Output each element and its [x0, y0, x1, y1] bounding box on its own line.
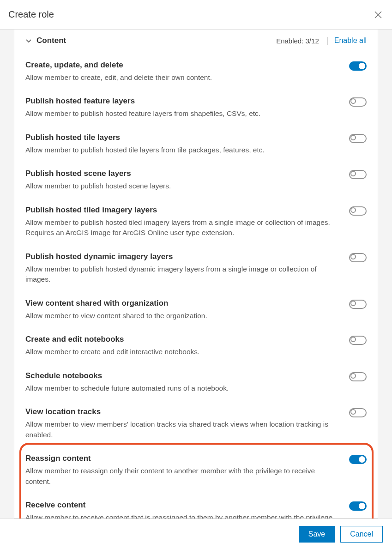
privilege-toggle[interactable] [349, 455, 367, 464]
privilege-item: Publish hosted tiled imagery layersAllow… [25, 198, 367, 245]
privilege-text: Publish hosted dynamic imagery layersAll… [25, 252, 349, 285]
privilege-title: Schedule notebooks [25, 371, 340, 380]
privilege-item: View content shared with organizationAll… [25, 291, 367, 327]
privilege-item: View location tracksAllow member to view… [25, 400, 367, 446]
content-panel: Content Enabled: 3/12 Enable all Create,… [14, 30, 378, 519]
privilege-item: Publish hosted feature layersAllow membe… [25, 89, 367, 125]
privilege-toggle[interactable] [349, 336, 367, 345]
privilege-description: Allow member to create, edit, and delete… [25, 72, 340, 83]
privilege-item: Receive contentAllow member to receive c… [25, 493, 367, 519]
privilege-toggle[interactable] [349, 408, 367, 417]
privilege-description: Allow member to schedule future automate… [25, 383, 340, 393]
privilege-description: Allow member to publish hosted feature l… [25, 109, 340, 119]
section-title: Content [36, 36, 276, 45]
dialog-body: Content Enabled: 3/12 Enable all Create,… [0, 30, 392, 519]
privilege-title: Create, update, and delete [25, 60, 340, 70]
privilege-description: Allow member to publish hosted dynamic i… [25, 264, 340, 285]
create-role-dialog: Create role Content Enabled: 3/12 Enable… [0, 0, 392, 549]
privilege-title: Receive content [25, 501, 340, 510]
privilege-text: Publish hosted scene layersAllow member … [25, 169, 349, 191]
privilege-item: Create, update, and deleteAllow member t… [25, 53, 367, 89]
privilege-item: Schedule notebooksAllow member to schedu… [25, 364, 367, 400]
close-icon[interactable] [373, 9, 384, 20]
privilege-text: Create, update, and deleteAllow member t… [25, 60, 349, 83]
privilege-item: Publish hosted dynamic imagery layersAll… [25, 245, 367, 291]
privilege-text: View content shared with organizationAll… [25, 299, 349, 321]
privilege-title: Publish hosted dynamic imagery layers [25, 252, 340, 261]
dialog-title: Create role [8, 9, 54, 20]
privilege-title: Publish hosted scene layers [25, 169, 340, 178]
privilege-text: Create and edit notebooksAllow member to… [25, 335, 349, 357]
privilege-toggle[interactable] [349, 170, 367, 179]
privilege-description: Allow member to create and edit interact… [25, 347, 340, 357]
save-button[interactable]: Save [299, 526, 335, 543]
privilege-title: Create and edit notebooks [25, 335, 340, 344]
privilege-text: Schedule notebooksAllow member to schedu… [25, 371, 349, 393]
chevron-down-icon[interactable] [25, 37, 32, 44]
privilege-description: Allow member to receive content that is … [25, 513, 340, 519]
privilege-title: Reassign content [25, 454, 340, 463]
privilege-text: Receive contentAllow member to receive c… [25, 501, 349, 519]
privilege-item: Publish hosted tile layersAllow member t… [25, 126, 367, 162]
privilege-description: Allow member to publish hosted tiled ima… [25, 217, 340, 238]
privilege-title: View location tracks [25, 407, 340, 416]
privilege-description: Allow member to publish hosted scene lay… [25, 181, 340, 191]
privilege-toggle[interactable] [349, 97, 367, 107]
dialog-footer: Save Cancel [0, 519, 392, 549]
privilege-description: Allow member to view members' location t… [25, 419, 340, 440]
privilege-toggle[interactable] [349, 206, 367, 216]
privilege-item: Create and edit notebooksAllow member to… [25, 327, 367, 363]
privilege-text: Publish hosted feature layersAllow membe… [25, 97, 349, 119]
privilege-text: Publish hosted tile layersAllow member t… [25, 133, 349, 155]
privilege-title: Publish hosted tiled imagery layers [25, 205, 340, 215]
privilege-title: Publish hosted feature layers [25, 97, 340, 106]
privilege-description: Allow member to reassign only their cont… [25, 466, 340, 487]
enable-all-link[interactable]: Enable all [334, 36, 367, 45]
privilege-description: Allow member to view content shared to t… [25, 311, 340, 321]
privilege-list: Create, update, and deleteAllow member t… [25, 51, 367, 519]
enabled-count: Enabled: 3/12 [276, 37, 328, 45]
privilege-item: Publish hosted scene layersAllow member … [25, 162, 367, 198]
privilege-title: Publish hosted tile layers [25, 133, 340, 142]
privilege-title: View content shared with organization [25, 299, 340, 308]
privilege-toggle[interactable] [349, 253, 367, 262]
privilege-toggle[interactable] [349, 501, 367, 511]
privilege-text: Publish hosted tiled imagery layersAllow… [25, 205, 349, 238]
cancel-button[interactable]: Cancel [340, 526, 383, 543]
privilege-text: View location tracksAllow member to view… [25, 407, 349, 440]
privilege-text: Reassign contentAllow member to reassign… [25, 454, 349, 487]
dialog-header: Create role [0, 0, 392, 30]
privilege-toggle[interactable] [349, 300, 367, 309]
privilege-toggle[interactable] [349, 134, 367, 143]
section-header: Content Enabled: 3/12 Enable all [25, 30, 367, 51]
privilege-description: Allow member to publish hosted tile laye… [25, 145, 340, 155]
privilege-toggle[interactable] [349, 372, 367, 381]
privilege-item: Reassign contentAllow member to reassign… [25, 446, 367, 493]
privilege-toggle[interactable] [349, 61, 367, 71]
